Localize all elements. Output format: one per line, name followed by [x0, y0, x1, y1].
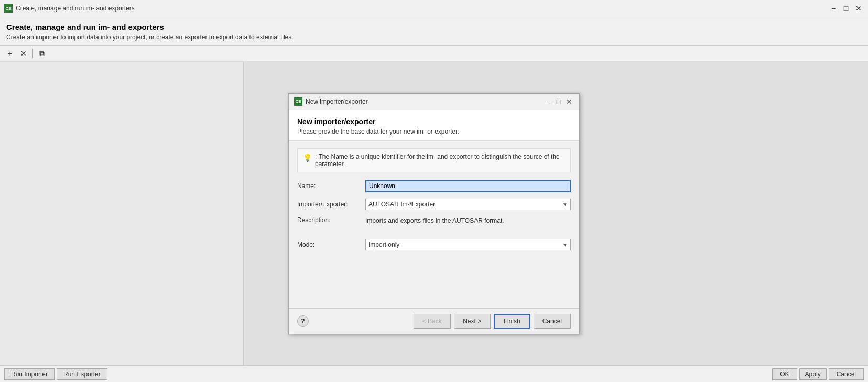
description-control: Imports and exports files in the AUTOSAR…	[365, 216, 571, 224]
status-bar-right: OK Apply Cancel	[772, 368, 864, 380]
back-button[interactable]: < Back	[414, 314, 451, 329]
footer-left: ?	[297, 315, 309, 327]
mode-control: Import only Export only Import and Expor…	[365, 239, 571, 250]
cancel-button[interactable]: Cancel	[534, 314, 571, 329]
dialog-title-left: CE New importer/exporter	[294, 97, 368, 106]
mode-select[interactable]: Import only Export only Import and Expor…	[365, 239, 571, 250]
status-bar-left: Run Importer Run Exporter	[4, 368, 107, 380]
importer-exporter-control: AUTOSAR Im-/Exporter	[365, 199, 571, 210]
dialog-title-text: New importer/exporter	[306, 98, 368, 105]
dialog-icon: CE	[294, 97, 302, 106]
dialog-title-controls: − □ ✕	[544, 97, 574, 106]
content-area: CE New importer/exporter − □ ✕ New impor…	[0, 62, 868, 382]
info-text: : The Name is a unique identifier for th…	[315, 153, 565, 168]
minimize-button[interactable]: −	[828, 3, 839, 14]
main-cancel-button[interactable]: Cancel	[829, 368, 864, 380]
name-input[interactable]	[365, 180, 571, 192]
dialog-body: 💡 : The Name is a unique identifier for …	[289, 141, 579, 308]
dialog-header-subtitle: Please provide the base data for your ne…	[297, 128, 571, 135]
info-icon: 💡	[303, 154, 312, 162]
title-bar-controls: − □ ✕	[828, 3, 864, 14]
dialog-footer: ? < Back Next > Finish Cancel	[289, 308, 579, 334]
apply-button[interactable]: Apply	[799, 368, 827, 380]
dialog-title-bar: CE New importer/exporter − □ ✕	[289, 94, 579, 110]
mode-row: Mode: Import only Export only Import and…	[297, 239, 571, 250]
info-box: 💡 : The Name is a unique identifier for …	[297, 148, 571, 172]
main-window: CE Create, manage and run im- and export…	[0, 0, 868, 382]
close-button[interactable]: ✕	[853, 3, 864, 14]
toolbar: + ✕ ⧉	[0, 46, 868, 62]
footer-right: < Back Next > Finish Cancel	[414, 314, 571, 329]
name-label: Name:	[297, 182, 365, 190]
status-bar: Run Importer Run Exporter OK Apply Cance…	[0, 365, 868, 382]
app-title: Create, manage and run im- and exporters	[6, 23, 862, 31]
app-subtitle: Create an importer to import data into y…	[6, 34, 862, 41]
spacer	[297, 231, 571, 239]
toolbar-separator	[32, 49, 33, 58]
importer-exporter-label: Importer/Exporter:	[297, 201, 365, 208]
dialog-maximize-button[interactable]: □	[554, 97, 563, 106]
run-exporter-button[interactable]: Run Exporter	[57, 368, 107, 380]
mode-label: Mode:	[297, 241, 365, 248]
app-icon: CE	[4, 4, 13, 13]
help-button[interactable]: ?	[297, 315, 309, 327]
title-bar-left: CE Create, manage and run im- and export…	[4, 4, 135, 13]
importer-exporter-row: Importer/Exporter: AUTOSAR Im-/Exporter	[297, 199, 571, 210]
description-row: Description: Imports and exports files i…	[297, 216, 571, 224]
name-control	[365, 180, 571, 192]
remove-button[interactable]: ✕	[18, 48, 29, 59]
dialog-header-title: New importer/exporter	[297, 117, 571, 126]
dialog-minimize-button[interactable]: −	[544, 97, 553, 106]
dialog: CE New importer/exporter − □ ✕ New impor…	[288, 93, 580, 334]
finish-button[interactable]: Finish	[494, 314, 530, 329]
copy-button[interactable]: ⧉	[36, 48, 48, 59]
name-row: Name:	[297, 180, 571, 192]
maximize-button[interactable]: □	[841, 3, 851, 14]
ok-button[interactable]: OK	[772, 368, 797, 380]
app-header: Create, manage and run im- and exporters…	[0, 17, 868, 46]
description-label: Description:	[297, 216, 365, 224]
importer-exporter-select[interactable]: AUTOSAR Im-/Exporter	[365, 199, 571, 210]
window-title: Create, manage and run im- and exporters	[16, 5, 135, 12]
title-bar: CE Create, manage and run im- and export…	[0, 0, 868, 17]
dialog-close-button[interactable]: ✕	[565, 97, 574, 106]
add-button[interactable]: +	[4, 48, 16, 59]
description-value: Imports and exports files in the AUTOSAR…	[365, 217, 504, 224]
run-importer-button[interactable]: Run Importer	[4, 368, 55, 380]
modal-overlay: CE New importer/exporter − □ ✕ New impor…	[0, 62, 868, 365]
next-button[interactable]: Next >	[454, 314, 491, 329]
dialog-header: New importer/exporter Please provide the…	[289, 110, 579, 141]
